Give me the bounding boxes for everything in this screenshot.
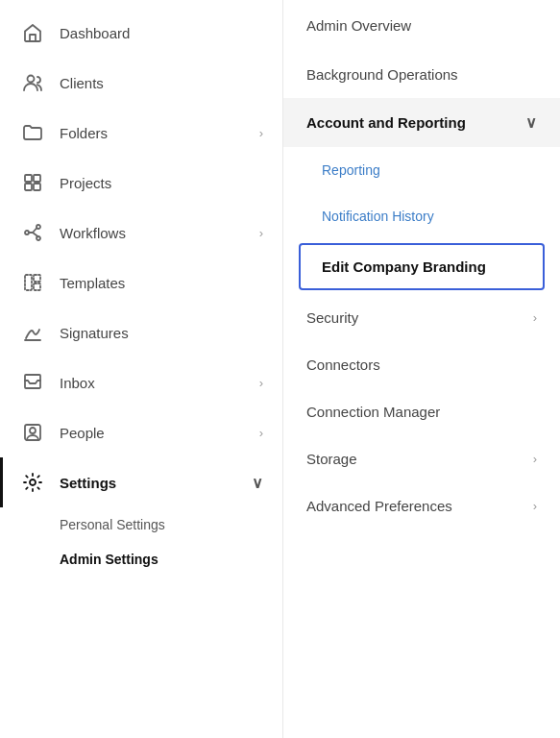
people-icon (19, 419, 46, 446)
right-item-storage[interactable]: Storage › (283, 435, 560, 482)
background-operations-label: Background Operations (306, 66, 458, 83)
security-chevron-icon: › (533, 310, 537, 325)
svg-rect-3 (25, 184, 32, 190)
folder-icon (19, 119, 46, 146)
connection-manager-label: Connection Manager (306, 404, 440, 420)
right-item-connection-manager[interactable]: Connection Manager (283, 388, 560, 435)
workflows-icon (19, 219, 46, 246)
sidebar-item-inbox-label: Inbox (60, 375, 259, 391)
sidebar-item-folders-label: Folders (60, 125, 259, 141)
svg-rect-1 (25, 175, 32, 182)
sidebar-item-templates[interactable]: Templates (0, 258, 282, 308)
sidebar-item-workflows-label: Workflows (60, 225, 259, 241)
settings-submenu: Personal Settings Admin Settings (0, 507, 282, 577)
inbox-chevron-icon: › (259, 376, 263, 390)
right-panel: Admin Overview Background Operations Acc… (283, 0, 560, 738)
sidebar-item-inbox[interactable]: Inbox › (0, 357, 282, 407)
right-item-reporting[interactable]: Reporting (283, 147, 560, 193)
folders-chevron-icon: › (259, 126, 263, 140)
sidebar-item-people-label: People (60, 425, 259, 441)
svg-point-0 (28, 76, 35, 83)
security-label: Security (306, 309, 358, 326)
svg-rect-4 (34, 184, 40, 190)
right-item-security[interactable]: Security › (283, 294, 560, 341)
right-item-admin-overview[interactable]: Admin Overview (283, 0, 560, 51)
svg-rect-10 (34, 283, 40, 290)
storage-label: Storage (306, 451, 357, 467)
signatures-icon (19, 319, 46, 346)
right-item-notification-history[interactable]: Notification History (283, 193, 560, 239)
reporting-label: Reporting (322, 162, 380, 178)
svg-rect-8 (25, 275, 32, 290)
sidebar-item-signatures-label: Signatures (60, 325, 263, 341)
edit-company-branding-label: Edit Company Branding (322, 258, 486, 275)
sidebar-item-projects-label: Projects (60, 175, 263, 191)
sidebar-item-dashboard[interactable]: Dashboard (0, 8, 282, 58)
sidebar-item-dashboard-label: Dashboard (60, 25, 263, 41)
sidebar-subitem-admin-settings[interactable]: Admin Settings (0, 542, 282, 577)
home-icon (19, 19, 46, 46)
connectors-label: Connectors (306, 357, 380, 373)
svg-point-14 (30, 428, 36, 433)
account-reporting-label: Account and Reporting (306, 114, 466, 131)
right-item-background-operations[interactable]: Background Operations (283, 51, 560, 98)
sidebar: Dashboard Clients Folders › (0, 0, 283, 738)
right-item-connectors[interactable]: Connectors (283, 341, 560, 388)
sidebar-item-people[interactable]: People › (0, 407, 282, 457)
sidebar-item-clients-label: Clients (60, 75, 263, 91)
sidebar-item-clients[interactable]: Clients (0, 58, 282, 108)
personal-settings-label: Personal Settings (60, 517, 165, 532)
svg-rect-12 (25, 375, 40, 388)
sidebar-item-settings[interactable]: Settings ∨ (0, 457, 282, 507)
admin-settings-label: Admin Settings (60, 552, 158, 567)
right-item-account-reporting[interactable]: Account and Reporting ∨ (283, 98, 560, 147)
admin-overview-label: Admin Overview (306, 17, 411, 34)
clients-icon (19, 69, 46, 96)
storage-chevron-icon: › (533, 452, 537, 466)
account-reporting-expand-icon: ∨ (525, 113, 537, 132)
sidebar-item-signatures[interactable]: Signatures (0, 308, 282, 357)
inbox-icon (19, 369, 46, 396)
svg-rect-9 (34, 275, 40, 282)
workflows-chevron-icon: › (259, 226, 263, 240)
people-chevron-icon: › (259, 426, 263, 440)
projects-icon (19, 169, 46, 196)
settings-icon (19, 469, 46, 496)
svg-point-15 (30, 480, 36, 485)
settings-expand-icon: ∨ (252, 474, 263, 492)
sidebar-item-settings-label: Settings (60, 475, 252, 491)
notification-history-label: Notification History (322, 209, 434, 224)
right-item-advanced-preferences[interactable]: Advanced Preferences › (283, 482, 560, 529)
svg-rect-2 (34, 175, 40, 182)
sidebar-item-projects[interactable]: Projects (0, 158, 282, 208)
sidebar-item-folders[interactable]: Folders › (0, 108, 282, 158)
templates-icon (19, 269, 46, 296)
advanced-preferences-label: Advanced Preferences (306, 498, 452, 514)
advanced-preferences-chevron-icon: › (533, 499, 537, 513)
sidebar-item-templates-label: Templates (60, 275, 263, 291)
sidebar-subitem-personal-settings[interactable]: Personal Settings (0, 507, 282, 542)
sidebar-item-workflows[interactable]: Workflows › (0, 208, 282, 258)
right-item-edit-company-branding[interactable]: Edit Company Branding (299, 243, 545, 290)
